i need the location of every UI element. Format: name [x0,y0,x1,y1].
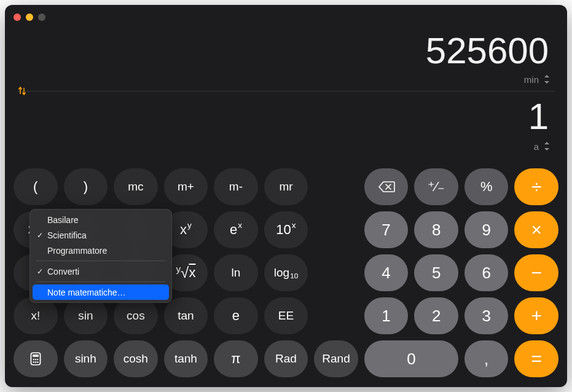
multiply-button[interactable]: × [514,211,558,248]
digit-0-button[interactable]: 0 [364,340,458,377]
display-bottom-value: 1 [528,95,549,138]
ln-button[interactable]: ln [214,254,258,291]
calculator-window: 525600 min 1 a ( ) mc [5,5,567,387]
svg-point-3 [35,359,36,360]
digit-9-button[interactable]: 9 [464,211,509,248]
plus-button[interactable]: + [514,297,558,334]
percent-button[interactable]: % [464,168,509,205]
e-power-x-button[interactable]: ex [214,211,258,248]
e-button[interactable]: e [214,297,258,334]
cosh-button[interactable]: cosh [114,340,158,377]
display-top-pane: 525600 min [17,5,555,91]
svg-point-4 [37,359,38,360]
x-factorial-button[interactable]: x! [14,297,58,334]
calculator-mode-icon [28,351,44,367]
plus-minus-button[interactable]: ⁺∕₋ [414,168,458,205]
digit-2-button[interactable]: 2 [414,297,458,334]
ten-power-x-button[interactable]: 10x [264,211,308,248]
delete-button[interactable] [364,168,409,205]
display-bottom-pane: 1 a [17,92,555,159]
svg-point-5 [33,361,34,363]
digit-8-button[interactable]: 8 [414,211,458,248]
mr-button[interactable]: mr [264,168,308,205]
svg-point-7 [37,361,38,363]
digit-5-button[interactable]: 5 [414,254,458,291]
equals-button[interactable]: = [514,340,558,377]
divide-button[interactable]: ÷ [514,168,558,205]
ee-button[interactable]: EE [264,297,308,334]
svg-point-2 [33,359,34,360]
digit-6-button[interactable]: 6 [464,254,509,291]
digit-4-button[interactable]: 4 [364,254,409,291]
menu-item-programmer[interactable]: Programmatore [33,243,169,258]
menu-item-math-notes[interactable]: Note matematiche… [33,284,169,300]
minus-button[interactable]: − [514,254,558,291]
mc-button[interactable]: mc [114,168,158,205]
sinh-button[interactable]: sinh [64,340,108,377]
mode-menu-button[interactable] [14,340,58,377]
open-paren-button[interactable]: ( [14,168,58,205]
menu-item-convert[interactable]: Converti [33,264,169,279]
m-minus-button[interactable]: m- [214,168,258,205]
svg-point-6 [35,361,36,363]
delete-icon [378,181,395,193]
rad-button[interactable]: Rad [264,340,308,377]
decimal-button[interactable]: , [464,340,509,377]
close-paren-button[interactable]: ) [64,168,108,205]
sin-button[interactable]: sin [64,297,108,334]
top-unit-selector[interactable]: min [524,74,551,85]
display-area: 525600 min 1 a [5,5,567,165]
m-plus-button[interactable]: m+ [164,168,208,205]
digit-3-button[interactable]: 3 [464,297,509,334]
bottom-unit-label: a [534,141,539,152]
bottom-unit-selector[interactable]: a [534,141,551,152]
svg-rect-1 [33,355,39,357]
digit-7-button[interactable]: 7 [364,211,409,248]
updown-chevron-icon [543,141,551,152]
tan-button[interactable]: tan [164,297,208,334]
menu-item-scientific[interactable]: Scientifica [33,227,169,243]
display-top-value: 525600 [426,29,549,72]
tanh-button[interactable]: tanh [164,340,208,377]
log10-button[interactable]: log10 [264,254,308,291]
menu-separator [36,281,165,282]
updown-chevron-icon [543,74,551,85]
digit-1-button[interactable]: 1 [364,297,409,334]
rand-button[interactable]: Rand [314,340,358,377]
menu-item-basic[interactable]: Basilare [33,212,169,227]
pi-button[interactable]: π [214,340,258,377]
mode-menu: Basilare Scientifica Programmatore Conve… [29,209,172,303]
top-unit-label: min [524,74,539,85]
menu-separator [36,261,165,261]
cos-button[interactable]: cos [114,297,158,334]
